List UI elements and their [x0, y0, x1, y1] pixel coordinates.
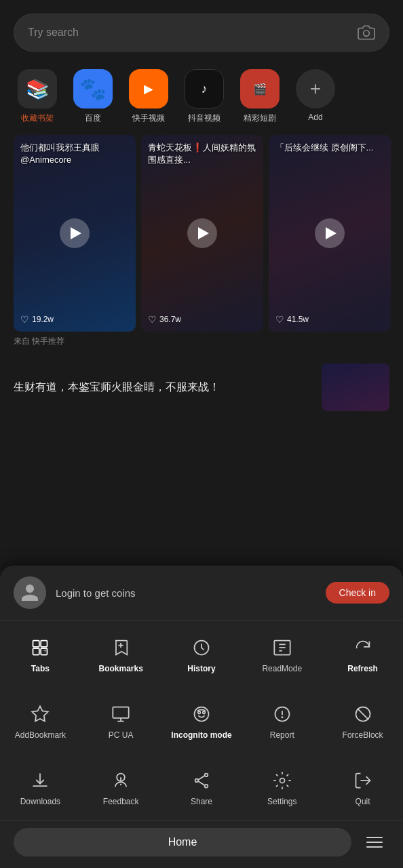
pcua-icon [109, 702, 133, 726]
menu-item-bookmarks[interactable]: Bookmarks [81, 627, 161, 680]
svg-text:▶: ▶ [144, 82, 153, 96]
settings-icon [270, 768, 294, 793]
feedback-icon [109, 768, 133, 793]
forceblock-label: ForceBlock [343, 730, 383, 740]
history-icon [189, 635, 214, 660]
addbookmark-icon [28, 702, 52, 726]
add-button-icon: + [296, 69, 335, 108]
heart-icon-1: ♡ [20, 314, 29, 325]
pcua-label: PC UA [109, 730, 134, 740]
search-bar[interactable]: Try search [14, 14, 389, 52]
qa-item-kuaishou[interactable]: ▶ 快手视频 [125, 69, 172, 124]
share-icon [189, 768, 214, 793]
svg-point-24 [282, 717, 282, 717]
tabs-label: Tabs [31, 664, 50, 673]
readmode-label: ReadMode [262, 664, 302, 673]
qa-item-add[interactable]: + Add [292, 69, 339, 124]
check-in-button[interactable]: Check in [326, 582, 389, 604]
settings-label: Settings [267, 797, 296, 806]
news-thumbnail [322, 363, 389, 411]
svg-point-30 [195, 779, 199, 783]
svg-point-29 [205, 774, 208, 777]
qa-item-jingcai[interactable]: 🎬 精彩短剧 [236, 69, 284, 124]
svg-point-28 [120, 784, 121, 785]
svg-line-26 [357, 709, 368, 719]
svg-rect-7 [33, 641, 39, 647]
menu-item-history[interactable]: History [161, 627, 242, 680]
svg-rect-18 [113, 707, 129, 718]
video-scroll-container[interactable]: 他们都叫我邪王真眼 @Animecore ♡ 19.2w 青蛇天花板❗人间妖精的… [0, 135, 403, 332]
addbookmark-label: AddBookmark [15, 730, 66, 740]
menu-item-readmode[interactable]: ReadMode [242, 627, 322, 680]
svg-point-21 [203, 711, 206, 714]
menu-item-quit[interactable]: Quit [322, 760, 403, 813]
menu-item-tabs[interactable]: + Tabs [0, 627, 81, 680]
play-button-1[interactable] [60, 218, 90, 248]
menu-item-settings[interactable]: Settings [242, 760, 322, 813]
qa-icon-baidu: 🐾 [73, 69, 113, 108]
menu-item-refresh[interactable]: Refresh [322, 627, 403, 680]
video-likes-1: ♡ 19.2w [20, 314, 54, 325]
quit-label: Quit [356, 797, 370, 806]
video-card-2[interactable]: 青蛇天花板❗人间妖精的氛围感直接... ♡ 36.7w [141, 135, 263, 332]
qa-label-kuaishou: 快手视频 [132, 113, 165, 124]
menu-item-report[interactable]: Report [242, 694, 322, 747]
hamburger-line-1 [366, 837, 383, 838]
video-section: 他们都叫我邪王真眼 @Animecore ♡ 19.2w 青蛇天花板❗人间妖精的… [0, 130, 403, 357]
menu-item-pcua[interactable]: PC UA [81, 694, 161, 747]
share-label: Share [191, 797, 212, 806]
qa-icon-douyin: ♪ [185, 69, 224, 108]
menu-item-feedback[interactable]: Feedback [81, 760, 161, 813]
refresh-icon [351, 635, 375, 660]
qa-label-baidu: 百度 [85, 113, 101, 124]
hamburger-button[interactable] [360, 827, 389, 857]
qa-icon-kuaishou: ▶ [129, 69, 168, 108]
video-card-1[interactable]: 他们都叫我邪王真眼 @Animecore ♡ 19.2w [14, 135, 136, 332]
menu-item-forceblock[interactable]: ForceBlock [322, 694, 403, 747]
video-likes-2: ♡ 36.7w [148, 314, 181, 325]
menu-item-downloads[interactable]: Downloads [0, 760, 81, 813]
bookmarks-icon [109, 635, 133, 660]
quit-icon [351, 768, 375, 793]
svg-text:🎬: 🎬 [253, 82, 267, 96]
news-section[interactable]: 生财有道，本鉴宝师火眼金睛，不服来战！ [0, 357, 403, 418]
qa-label-jingcai: 精彩短剧 [244, 113, 276, 124]
menu-item-incognito[interactable]: Incognito mode [161, 694, 242, 747]
play-button-3[interactable] [315, 218, 345, 248]
avatar [14, 576, 46, 609]
svg-rect-9 [33, 648, 39, 654]
video-title-1: 他们都叫我邪王真眼 @Animecore [20, 142, 129, 166]
qa-item-douyin[interactable]: ♪ 抖音视频 [180, 69, 228, 124]
login-text: Login to get coins [56, 587, 326, 599]
svg-text:+: + [43, 648, 47, 654]
svg-line-33 [198, 781, 204, 785]
svg-point-31 [205, 785, 208, 788]
qa-icon-shoucang: 📚 [18, 69, 57, 108]
news-thumb-inner [322, 363, 389, 411]
home-button[interactable]: Home [14, 828, 351, 856]
menu-row-2: AddBookmark PC UA Incognito mode Report [0, 687, 403, 753]
refresh-label: Refresh [347, 664, 378, 673]
report-label: Report [270, 730, 294, 740]
heart-icon-3: ♡ [275, 314, 284, 325]
likes-count-3: 41.5w [287, 315, 309, 324]
menu-item-share[interactable]: Share [161, 760, 242, 813]
play-button-2[interactable] [187, 218, 217, 248]
incognito-label: Incognito mode [171, 730, 231, 740]
menu-item-addbookmark[interactable]: AddBookmark [0, 694, 81, 747]
history-label: History [187, 664, 215, 673]
search-placeholder: Try search [28, 26, 79, 39]
qa-item-shoucang[interactable]: 📚 收藏书架 [14, 69, 61, 124]
svg-line-32 [198, 776, 204, 780]
qa-icon-jingcai: 🎬 [240, 69, 280, 108]
video-card-3[interactable]: 「后续会继续 原创阁下... ♡ 41.5w [269, 135, 391, 332]
menu-row-3: Downloads Feedback Share Settings [0, 753, 403, 820]
camera-icon [358, 24, 375, 41]
likes-count-1: 19.2w [32, 315, 54, 324]
news-text: 生财有道，本鉴宝师火眼金睛，不服来战！ [14, 379, 313, 395]
qa-item-baidu[interactable]: 🐾 百度 [69, 69, 117, 124]
plus-icon: + [310, 79, 321, 98]
qa-label-douyin: 抖音视频 [188, 113, 220, 124]
play-triangle-1 [71, 227, 81, 239]
video-title-3: 「后续会继续 原创阁下... [275, 142, 384, 154]
